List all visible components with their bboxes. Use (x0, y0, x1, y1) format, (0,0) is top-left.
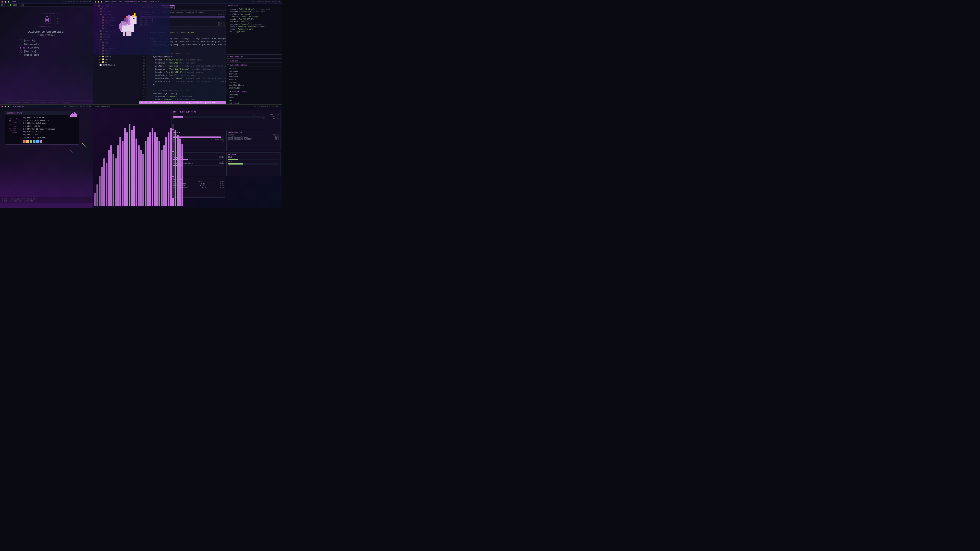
qb-cmd-newtab[interactable]: [t] [New tab] (18, 50, 75, 53)
tree-worklab[interactable]: ▶ 📁 worklab (93, 24, 139, 27)
rp-section-outputs: ▼ outputs (226, 59, 282, 63)
bar-22 (145, 141, 146, 206)
min-dot[interactable] (5, 1, 6, 3)
tree-pkgs[interactable]: ▶ 📁 pkgs (93, 52, 139, 55)
tree-root[interactable]: ▼ 📁 .dotfiles (93, 5, 139, 7)
neofetch-panel: emmet@snowfire WE| // OS| ::::///// ::::… (5, 111, 79, 144)
tree-patches[interactable]: ▶ 📁 patches (93, 10, 139, 13)
file-tree[interactable]: ▼ 📁 .dotfiles ▶ 📁 .git ▶ 📁 patches ▼ 📁 (93, 3, 139, 104)
qb-titlebar: Tech Sat 2024-03-09 05:06:00 PM (0, 0, 93, 3)
rp-timezone: timezone (226, 75, 282, 78)
qb-datetime: Sat 2024-03-09 05:06:00 PM (64, 1, 91, 3)
tree-shell[interactable]: ▶ 📁 shell (93, 55, 139, 58)
nf-panel-title: emmet@snowfire (7, 112, 22, 114)
tree-work[interactable]: ▶ 📁 work (93, 21, 139, 24)
file-listing: rapidash-galar ~/.dotfiles/scripts/re ra… (139, 11, 226, 27)
qb-cmd-bookmarks[interactable]: [b] [Quickmarks] (18, 43, 75, 46)
tree-lang[interactable]: ▶ 📁 lang (93, 49, 139, 52)
bar-30 (163, 145, 165, 206)
max-dot[interactable] (8, 1, 9, 3)
min-dot3[interactable] (5, 106, 6, 107)
bar-16 (131, 130, 133, 206)
cpu-bar-bg (173, 116, 265, 118)
bar-10 (117, 145, 119, 206)
qb-urlbar: file:///home/emmet/.browser/Tech/config/… (0, 100, 93, 104)
tab-flake[interactable]: flake.nix (161, 5, 175, 9)
cosmic-bg-q1 (0, 59, 93, 104)
bar-28 (159, 141, 160, 206)
bar-15 (129, 124, 130, 206)
tree-gui[interactable]: ▶ 📁 gui (93, 44, 139, 47)
tree-system[interactable]: ▶ 📁 system (93, 33, 139, 35)
q3-bottom-term: $ root root 7.206 2024-03-09 16:34 4.07M… (0, 197, 93, 203)
bar-14 (126, 132, 128, 206)
nf-ascii: WE| // OS| ::::///// ::::///// :\::/// :… (7, 116, 21, 143)
bar-5 (106, 163, 107, 206)
mem-bar-fill (173, 137, 221, 138)
qb-command-list: [o] [Search] [b] [Quickmarks] [$ h] [His… (18, 39, 75, 57)
close-dot3[interactable] (2, 106, 3, 107)
rp-system: system (226, 67, 282, 70)
bar-9 (115, 159, 117, 206)
rp-section-userSettings: ▼ ● userSettings (226, 89, 282, 94)
max-dot3[interactable] (8, 106, 9, 107)
q4-datetime: Sat 2024-03-09 05:06:00 PM (253, 105, 281, 107)
bar-21 (142, 154, 144, 206)
tree-personal[interactable]: ▶ 📁 personal (93, 19, 139, 21)
tree-wsl[interactable]: ▶ 📁 wsl (93, 27, 139, 30)
right-panel-header: emmetFsnowfire (226, 3, 282, 7)
qb-stat-cpu: ⚡ 20% (18, 4, 24, 6)
sysmon-content: CPU — 1.53 1.14 0.78 100% 0s0% (93, 108, 282, 208)
tree-profiles[interactable]: ▼ 📁 profiles (93, 13, 139, 16)
rp-bootMode: bootMode (226, 81, 282, 84)
tree-readme-user[interactable]: 📄 README.org (93, 64, 139, 66)
rp-dotfilesDir: dotfilesDir (226, 102, 282, 104)
mem-title: Memory (173, 131, 224, 133)
close-dot2[interactable] (95, 1, 96, 3)
tree-wm[interactable]: ▶ 📁 wm (93, 61, 139, 64)
tree-style[interactable]: ▶ 📁 style (93, 58, 139, 61)
tree-user[interactable]: ▼ 📁 user (93, 38, 139, 41)
qb-cmd-history[interactable]: [$ h] [History] (18, 46, 75, 50)
sysmon-window: emmet@snowfire Sat 2024-03-09 05:06:00 P… (93, 105, 282, 208)
bar-18 (135, 138, 137, 206)
network-section: Network 36.0 54.0 0% (226, 152, 280, 176)
qb-status-row: ⬛ Tech 🔋 100% ⚡ 20% (0, 3, 93, 6)
qutebrowser-window: Tech Sat 2024-03-09 05:06:00 PM ⬛ Tech 🔋… (0, 0, 93, 105)
qb-cmd-search[interactable]: [o] [Search] (18, 39, 75, 43)
cpu-section: CPU — 1.53 1.14 0.78 100% 0s0% (171, 110, 280, 129)
bar-7 (110, 145, 112, 206)
tree-app[interactable]: ▶ 📁 app (93, 41, 139, 44)
close-dot[interactable] (2, 1, 3, 3)
rp-section-systemSettings: ▼ systemSettings (226, 63, 282, 67)
tree-themes[interactable]: ▶ 📁 themes (93, 35, 139, 38)
tree-hardware[interactable]: ▶ 📁 hardware (93, 47, 139, 49)
bar-38 (181, 144, 183, 206)
nf-panel-bar: emmet@snowfire (5, 111, 79, 115)
cpu-title: CPU — 1.53 1.14 0.78 (173, 111, 279, 113)
code-editor[interactable]: 1 2 3 4 5 6 7 8 9 10 11 12 13 14 (139, 27, 226, 101)
bar-12 (122, 141, 124, 206)
code-text[interactable]: description = "Flake of LibrePhoenix"; o… (146, 27, 226, 101)
rp-section-description: ▼ description (226, 55, 282, 59)
miniterm-bar: emmetFsnowfire (140, 5, 160, 9)
editor-title: emmetFsnowfire: /home/emmet/.dotfiles/fl… (105, 1, 159, 3)
min-dot2[interactable] (98, 1, 99, 3)
qb-cmd-closetab[interactable]: [x] [Close tab] (18, 53, 75, 57)
bar-31 (165, 137, 167, 206)
rp-email: email (226, 99, 282, 102)
bar-27 (156, 137, 158, 206)
bar-17 (133, 126, 135, 206)
tree-git[interactable]: ▶ 📁 .git (93, 7, 139, 10)
right-panel-bottom: ▼ description ▼ outputs ▼ systemSettings… (226, 55, 282, 104)
qb-url-text: file:///home/emmet/.browser/Tech/config/… (2, 102, 71, 103)
bar-24 (149, 132, 151, 206)
tree-homelab[interactable]: ▶ 📁 home lab (93, 16, 139, 19)
editor-status-text: 7.5k .dotfiles/flake.nix 3:0 Top: Produc… (143, 102, 216, 103)
bar-19 (138, 145, 140, 206)
max-dot2[interactable] (101, 1, 102, 3)
bar-36 (177, 135, 179, 206)
tree-readme-profiles[interactable]: 📄 README.org (93, 30, 139, 33)
qb-welcome-text: Welcome to Qutebrowser (28, 30, 65, 33)
temps-title: Temperatures (228, 131, 279, 133)
